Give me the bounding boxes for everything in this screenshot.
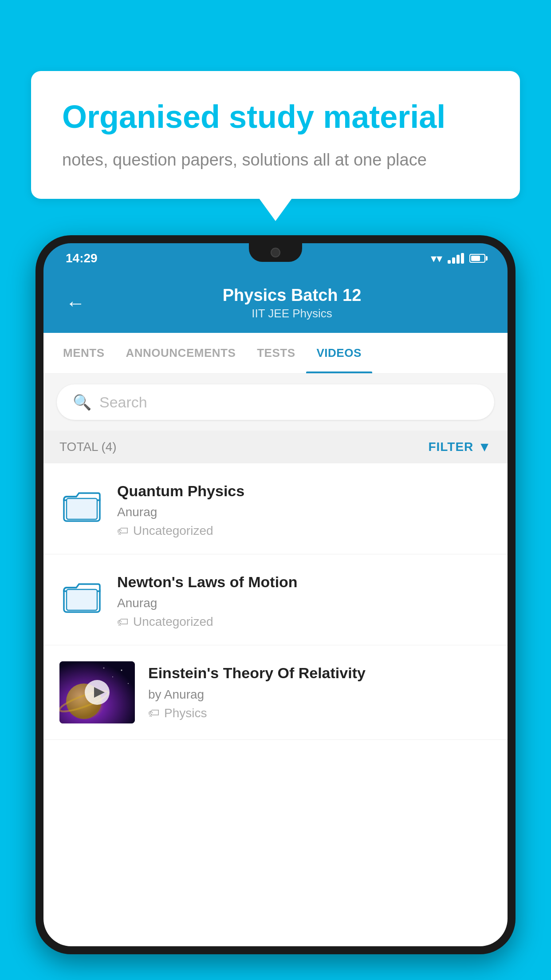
video-thumbnail-bg (59, 661, 135, 723)
filter-funnel-icon: ▼ (478, 439, 492, 454)
app-header: ← Physics Batch 12 IIT JEE Physics (43, 273, 508, 333)
tab-ments[interactable]: MENTS (52, 333, 115, 373)
filter-button[interactable]: FILTER ▼ (428, 439, 492, 454)
battery-icon (469, 254, 485, 263)
tag-icon: 🏷 (117, 524, 129, 538)
tag-text: Uncategorized (133, 524, 213, 538)
video-author: Anurag (117, 505, 492, 519)
svg-point-6 (112, 676, 113, 677)
folder-icon (63, 580, 101, 613)
status-time: 14:29 (66, 251, 98, 265)
space-thumbnail (59, 661, 135, 723)
video-title: Einstein's Theory Of Relativity (148, 663, 492, 683)
video-thumbnail (59, 661, 135, 723)
tag-text: Uncategorized (133, 615, 213, 629)
video-list: Quantum Physics Anurag 🏷 Uncategorized (43, 463, 508, 740)
wifi-icon: ▾▾ (431, 252, 442, 265)
total-count: TOTAL (4) (59, 440, 117, 454)
video-title: Quantum Physics (117, 481, 492, 501)
svg-rect-1 (67, 498, 97, 519)
header-title-group: Physics Batch 12 IIT JEE Physics (98, 286, 485, 320)
back-button[interactable]: ← (66, 292, 85, 314)
video-tag: 🏷 Uncategorized (117, 524, 492, 538)
bubble-subtitle: notes, question papers, solutions all at… (62, 148, 489, 172)
tab-videos[interactable]: VIDEOS (306, 333, 372, 373)
folder-icon-container (59, 483, 104, 527)
video-tag: 🏷 Uncategorized (117, 615, 492, 629)
svg-point-5 (121, 670, 122, 671)
video-info: Einstein's Theory Of Relativity by Anura… (148, 661, 492, 720)
status-bar: 14:29 ▾▾ (43, 243, 508, 273)
video-tag: 🏷 Physics (148, 706, 492, 720)
list-item[interactable]: Einstein's Theory Of Relativity by Anura… (43, 645, 508, 740)
filter-bar: TOTAL (4) FILTER ▼ (43, 431, 508, 463)
filter-label: FILTER (428, 440, 473, 454)
speech-bubble: Organised study material notes, question… (31, 71, 520, 199)
svg-point-7 (128, 683, 129, 684)
svg-rect-3 (67, 589, 97, 610)
camera-icon (271, 248, 280, 257)
video-info: Newton's Laws of Motion Anurag 🏷 Uncateg… (117, 570, 492, 629)
search-bar[interactable]: 🔍 Search (57, 384, 494, 420)
video-author: by Anurag (148, 688, 492, 702)
header-title: Physics Batch 12 (98, 286, 485, 305)
tag-text: Physics (164, 706, 207, 720)
tab-tests[interactable]: TESTS (246, 333, 306, 373)
video-title: Newton's Laws of Motion (117, 572, 492, 592)
signal-bars (448, 253, 464, 264)
list-item[interactable]: Newton's Laws of Motion Anurag 🏷 Uncateg… (43, 554, 508, 645)
folder-icon-container (59, 574, 104, 618)
status-icons: ▾▾ (431, 252, 485, 265)
header-subtitle: IIT JEE Physics (98, 307, 485, 320)
video-info: Quantum Physics Anurag 🏷 Uncategorized (117, 479, 492, 538)
list-item[interactable]: Quantum Physics Anurag 🏷 Uncategorized (43, 463, 508, 554)
tabs-container: MENTS ANNOUNCEMENTS TESTS VIDEOS (43, 333, 508, 374)
tag-icon: 🏷 (148, 706, 160, 720)
svg-point-8 (103, 668, 105, 669)
tab-announcements[interactable]: ANNOUNCEMENTS (115, 333, 247, 373)
tag-icon: 🏷 (117, 615, 129, 629)
search-bar-container: 🔍 Search (43, 374, 508, 431)
speech-bubble-section: Organised study material notes, question… (31, 71, 520, 199)
folder-icon (63, 489, 101, 522)
phone-notch (249, 243, 302, 262)
phone-mockup: 14:29 ▾▾ ← (35, 235, 516, 980)
bubble-title: Organised study material (62, 98, 489, 136)
phone-frame: 14:29 ▾▾ ← (35, 235, 516, 954)
search-placeholder: Search (99, 394, 147, 411)
search-icon: 🔍 (73, 393, 91, 411)
app-content: ← Physics Batch 12 IIT JEE Physics MENTS… (43, 273, 508, 946)
video-author: Anurag (117, 596, 492, 610)
